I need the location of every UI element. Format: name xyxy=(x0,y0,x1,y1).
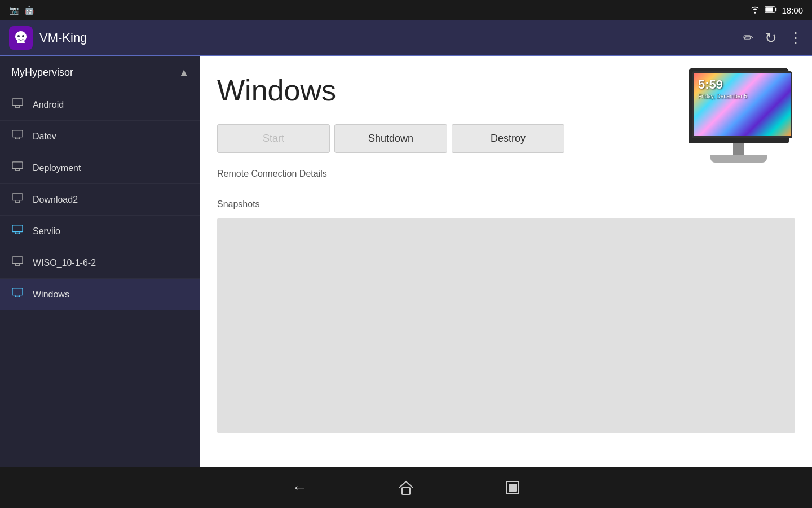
back-button[interactable]: ← xyxy=(292,479,307,497)
sidebar-item-download2[interactable]: Download2 xyxy=(0,184,200,216)
sidebar-item-wiso[interactable]: WISO_10-1-6-2 xyxy=(0,247,200,279)
screen-time: 5:59 xyxy=(698,77,723,92)
remote-connection-label: Remote Connection Details xyxy=(217,169,795,179)
sidebar-label-android: Android xyxy=(33,100,64,110)
main-area: MyHypervisor ▲ Android xyxy=(0,56,812,467)
svg-rect-2 xyxy=(766,7,774,12)
start-button[interactable]: Start xyxy=(217,124,330,153)
app-bar-actions: ✏ ↻ ⋮ xyxy=(743,29,803,47)
status-bar-right: 18:00 xyxy=(750,6,803,15)
monitor-frame: 5:59 Friday, December 5 xyxy=(689,68,789,143)
bottom-nav: ← xyxy=(0,467,812,508)
collapse-icon[interactable]: ▲ xyxy=(179,67,189,78)
shutdown-button[interactable]: Shutdown xyxy=(334,124,447,153)
time-display: 18:00 xyxy=(782,6,803,15)
vm-monitor-icon-download2 xyxy=(11,193,24,206)
vm-monitor-icon-datev xyxy=(11,130,24,143)
svg-rect-35 xyxy=(509,484,517,492)
monitor-screen: 5:59 Friday, December 5 xyxy=(692,71,792,138)
monitor-neck xyxy=(733,143,744,155)
vm-monitor-icon-wiso xyxy=(11,256,24,269)
sidebar-item-datev[interactable]: Datev xyxy=(0,121,200,152)
vm-monitor-icon-windows xyxy=(11,288,24,301)
svg-rect-13 xyxy=(12,162,23,169)
screen-date: Friday, December 5 xyxy=(698,93,747,99)
snapshots-label: Snapshots xyxy=(217,199,795,209)
content-panel: 5:59 Friday, December 5 Windows Start Sh… xyxy=(200,56,812,467)
sidebar-item-serviio[interactable]: Serviio xyxy=(0,216,200,247)
notification-icon-2: 🤖 xyxy=(24,6,34,15)
home-button[interactable] xyxy=(398,480,414,496)
status-bar: 📷 🤖 18:00 xyxy=(0,0,812,20)
svg-rect-33 xyxy=(402,488,410,494)
svg-rect-29 xyxy=(12,288,23,295)
vm-monitor-icon-deployment xyxy=(11,161,24,174)
snapshots-area xyxy=(217,218,795,433)
sidebar-label-download2: Download2 xyxy=(33,195,78,205)
status-bar-left: 📷 🤖 xyxy=(9,6,34,15)
more-button[interactable]: ⋮ xyxy=(788,29,803,47)
vm-monitor-icon-android xyxy=(11,98,24,111)
svg-point-3 xyxy=(17,35,20,37)
sidebar-item-android[interactable]: Android xyxy=(0,89,200,121)
svg-rect-21 xyxy=(12,225,23,232)
sidebar-label-wiso: WISO_10-1-6-2 xyxy=(33,258,96,268)
app-title: VM-King xyxy=(39,30,743,45)
svg-rect-17 xyxy=(12,194,23,200)
hypervisor-name: MyHypervisor xyxy=(11,67,73,78)
app-logo xyxy=(9,26,33,50)
app-bar: VM-King ✏ ↻ ⋮ xyxy=(0,20,812,56)
sidebar-label-deployment: Deployment xyxy=(33,163,81,173)
svg-point-4 xyxy=(22,35,24,37)
sidebar-label-serviio: Serviio xyxy=(33,226,60,237)
battery-icon xyxy=(765,6,777,15)
wifi-icon xyxy=(750,6,760,15)
svg-rect-5 xyxy=(12,99,23,106)
sidebar-item-windows[interactable]: Windows xyxy=(0,279,200,310)
monitor-base xyxy=(710,155,767,163)
svg-rect-9 xyxy=(12,130,23,137)
sidebar-label-windows: Windows xyxy=(33,290,69,300)
recent-button[interactable] xyxy=(505,480,520,496)
notification-icon-1: 📷 xyxy=(9,6,19,15)
vm-thumbnail: 5:59 Friday, December 5 xyxy=(682,68,795,163)
destroy-button[interactable]: Destroy xyxy=(452,124,564,153)
sidebar-label-datev: Datev xyxy=(33,132,56,142)
svg-rect-1 xyxy=(775,8,777,11)
sidebar: MyHypervisor ▲ Android xyxy=(0,56,200,467)
sidebar-item-deployment[interactable]: Deployment xyxy=(0,152,200,184)
svg-rect-25 xyxy=(12,257,23,264)
content-inner: 5:59 Friday, December 5 Windows Start Sh… xyxy=(200,56,812,467)
sidebar-header[interactable]: MyHypervisor ▲ xyxy=(0,56,200,89)
refresh-button[interactable]: ↻ xyxy=(765,29,777,47)
edit-button[interactable]: ✏ xyxy=(743,30,753,45)
vm-monitor-icon-serviio xyxy=(11,225,24,238)
